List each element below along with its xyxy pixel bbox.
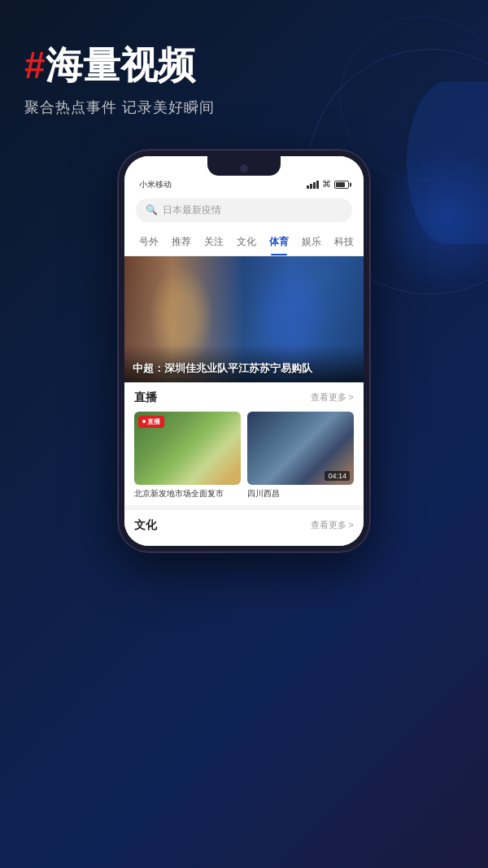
hash-symbol: #	[24, 44, 46, 86]
signal-bar-3	[313, 182, 316, 189]
tab-yule[interactable]: 娱乐	[295, 229, 328, 255]
tab-guanzhu[interactable]: 关注	[198, 229, 230, 255]
hero-image[interactable]: 中超：深圳佳兆业队平江苏苏宁易购队	[124, 256, 364, 382]
live-caption-right: 四川西昌	[247, 488, 354, 499]
subtitle: 聚合热点事件 记录美好瞬间	[24, 98, 464, 117]
live-badge-dot	[142, 420, 146, 423]
status-icons: ⌘	[307, 179, 349, 190]
live-section: 直播 查看更多 > 直播 北京新发地市场全面复市	[124, 382, 364, 505]
tab-tuijian[interactable]: 推荐	[165, 229, 198, 255]
signal-bar-1	[307, 185, 309, 189]
wifi-icon: ⌘	[322, 179, 331, 190]
nav-menu-icon[interactable]: ≡	[360, 229, 364, 255]
search-bar-container: 🔍 日本最新疫情	[124, 194, 364, 229]
live-caption-left: 北京新发地市场全面复市	[134, 488, 241, 499]
signal-bar-2	[310, 184, 312, 189]
live-thumb-right: 04:14	[247, 412, 354, 485]
battery-icon	[334, 181, 349, 189]
tab-tiyu[interactable]: 体育	[263, 229, 295, 255]
live-item-2[interactable]: 04:14 四川西昌	[247, 412, 354, 499]
phone-outer: 小米移动 ⌘ 🔍 日本	[118, 150, 370, 552]
main-title: #海量视频	[24, 45, 464, 86]
culture-section: 文化 查看更多 >	[124, 510, 364, 546]
culture-more-button[interactable]: 查看更多 >	[311, 519, 354, 531]
hero-overlay: 中超：深圳佳兆业队平江苏苏宁易购队	[124, 345, 364, 382]
live-thumb-left: 直播	[134, 412, 241, 485]
live-badge-left: 直播	[138, 416, 164, 428]
live-section-title: 直播	[134, 390, 157, 405]
signal-bar-4	[316, 181, 319, 189]
live-badge-label: 直播	[147, 417, 160, 426]
nav-tabs-bar: 号外 推荐 关注 文化 体育 娱乐 科技 ≡	[124, 229, 364, 256]
culture-section-title: 文化	[134, 518, 157, 533]
time-badge: 04:14	[325, 471, 350, 481]
live-more-button[interactable]: 查看更多 >	[311, 391, 354, 403]
tab-hao-wai[interactable]: 号外	[133, 229, 165, 255]
live-section-header: 直播 查看更多 >	[134, 390, 354, 405]
signal-bars-icon	[307, 181, 319, 189]
live-item-1[interactable]: 直播 北京新发地市场全面复市	[134, 412, 241, 499]
live-grid: 直播 北京新发地市场全面复市 04:14 四川西昌	[134, 412, 354, 499]
phone-notch	[207, 156, 281, 176]
phone-container: 小米移动 ⌘ 🔍 日本	[0, 150, 488, 552]
battery-fill	[336, 182, 345, 187]
carrier-label: 小米移动	[139, 179, 172, 190]
tab-wenhua[interactable]: 文化	[230, 229, 263, 255]
phone-screen: 小米移动 ⌘ 🔍 日本	[124, 156, 364, 546]
search-input-wrap[interactable]: 🔍 日本最新疫情	[136, 198, 352, 222]
header-area: #海量视频 聚合热点事件 记录美好瞬间	[0, 0, 488, 142]
tab-keji[interactable]: 科技	[328, 229, 360, 255]
search-placeholder-text: 日本最新疫情	[163, 203, 221, 217]
hero-title: 中超：深圳佳兆业队平江苏苏宁易购队	[133, 361, 355, 376]
search-icon: 🔍	[146, 204, 158, 216]
culture-section-header: 文化 查看更多 >	[134, 518, 354, 533]
